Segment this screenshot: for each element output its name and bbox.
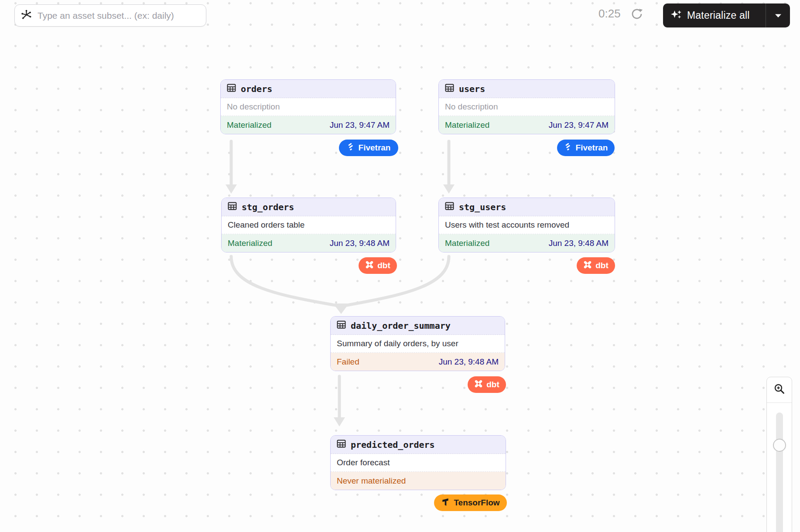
asset-node-orders[interactable]: orders No description Materialized Jun 2… (220, 79, 396, 134)
asset-node-users[interactable]: users No description Materialized Jun 23… (438, 79, 615, 134)
asset-node-daily-order-summary[interactable]: daily_order_summary Summary of daily ord… (330, 316, 505, 371)
arrowhead (333, 304, 349, 314)
asset-name: stg_orders (242, 202, 294, 212)
asset-node-header: users (439, 80, 615, 98)
kind-badge-fivetran: Fivetran (339, 140, 398, 156)
kind-badge-tensorflow: TensorFlow (434, 494, 507, 511)
dbt-icon (474, 379, 483, 390)
status-timestamp: Jun 23, 9:48 AM (330, 239, 390, 248)
edge-stg-orders-daily (231, 256, 335, 305)
tensorflow-icon (441, 497, 450, 508)
arrowhead (443, 184, 455, 194)
table-icon (445, 201, 454, 212)
asset-name: orders (241, 84, 272, 94)
kind-badge-label: TensorFlow (454, 498, 499, 508)
kind-badge-label: dbt (377, 261, 390, 270)
asset-description: Users with test accounts removed (439, 216, 615, 234)
asset-node-header: orders (221, 80, 396, 98)
status-timestamp: Jun 23, 9:47 AM (549, 120, 609, 130)
materialize-all-button[interactable]: Materialize all (663, 3, 766, 27)
status-label: Failed (337, 357, 359, 367)
refresh-button[interactable] (629, 7, 645, 22)
asset-description: Cleaned orders table (222, 216, 396, 234)
asset-status-row: Materialized Jun 23, 9:48 AM (439, 234, 615, 252)
search-input[interactable] (37, 10, 200, 21)
table-icon (227, 83, 236, 94)
asset-name: users (459, 84, 485, 94)
kind-badge-label: dbt (486, 380, 499, 389)
asset-node-header: daily_order_summary (331, 317, 505, 335)
zoom-slider (767, 403, 792, 532)
asset-node-stg-orders[interactable]: stg_orders Cleaned orders table Material… (221, 198, 396, 252)
table-icon (228, 201, 237, 212)
asset-description: No description (221, 98, 396, 116)
asset-node-header: stg_orders (222, 198, 396, 216)
table-icon (445, 83, 454, 94)
zoom-slider-track[interactable] (776, 413, 783, 532)
kind-badge-label: dbt (595, 261, 609, 270)
asset-status-row: Materialized Jun 23, 9:48 AM (222, 234, 396, 252)
asset-subset-icon (21, 9, 32, 22)
arrowhead (334, 417, 345, 426)
fivetran-icon (347, 143, 355, 153)
asset-name: daily_order_summary (351, 321, 451, 331)
kind-badge-label: Fivetran (359, 143, 391, 153)
refresh-icon (630, 7, 643, 22)
status-label: Materialized (445, 239, 489, 248)
kind-badge-label: Fivetran (576, 143, 608, 153)
asset-node-header: stg_users (439, 198, 615, 216)
asset-node-header: predicted_orders (331, 436, 506, 454)
status-label: Materialized (445, 120, 489, 130)
asset-status-row: Materialized Jun 23, 9:47 AM (439, 116, 615, 134)
asset-description: No description (439, 98, 615, 116)
asset-name: predicted_orders (351, 440, 435, 450)
status-label: Never materialized (337, 476, 406, 486)
asset-status-row: Failed Jun 23, 9:48 AM (331, 353, 505, 371)
asset-description: Order forecast (331, 454, 506, 472)
asset-graph-canvas[interactable]: 0:25 Materialize all (0, 0, 800, 532)
zoom-slider-handle[interactable] (773, 439, 786, 452)
status-timestamp: Jun 23, 9:47 AM (330, 120, 390, 130)
kind-badge-dbt: dbt (359, 257, 397, 274)
table-icon (337, 320, 346, 331)
chevron-down-icon (775, 12, 782, 20)
status-timestamp: Jun 23, 9:48 AM (439, 357, 499, 367)
status-label: Materialized (228, 239, 272, 248)
zoom-control-panel (766, 377, 792, 532)
status-label: Materialized (227, 120, 271, 130)
magnifier-plus-icon (773, 383, 786, 397)
materialize-all-button-group: Materialize all (663, 3, 790, 27)
dbt-icon (583, 260, 592, 271)
asset-node-predicted-orders[interactable]: predicted_orders Order forecast Never ma… (330, 435, 506, 490)
asset-filter-searchbox[interactable] (14, 4, 206, 27)
asset-name: stg_users (459, 202, 506, 212)
kind-badge-dbt: dbt (468, 376, 506, 393)
kind-badge-fivetran: Fivetran (557, 140, 615, 156)
zoom-in-button[interactable] (767, 377, 792, 403)
refresh-countdown: 0:25 (598, 7, 621, 20)
asset-status-row: Materialized Jun 23, 9:47 AM (221, 116, 396, 134)
asset-node-stg-users[interactable]: stg_users Users with test accounts remov… (438, 198, 615, 252)
materialize-dropdown-button[interactable] (766, 3, 790, 27)
materialize-all-label: Materialize all (687, 10, 750, 21)
kind-badge-dbt: dbt (577, 257, 615, 274)
asset-description: Summary of daily orders, by user (331, 335, 505, 353)
arrowhead (226, 184, 237, 194)
fivetran-icon (564, 143, 572, 153)
asset-status-row: Never materialized (331, 472, 506, 490)
status-timestamp: Jun 23, 9:48 AM (549, 239, 609, 248)
sparkles-icon (670, 9, 682, 22)
table-icon (337, 439, 346, 450)
dbt-icon (365, 260, 374, 271)
